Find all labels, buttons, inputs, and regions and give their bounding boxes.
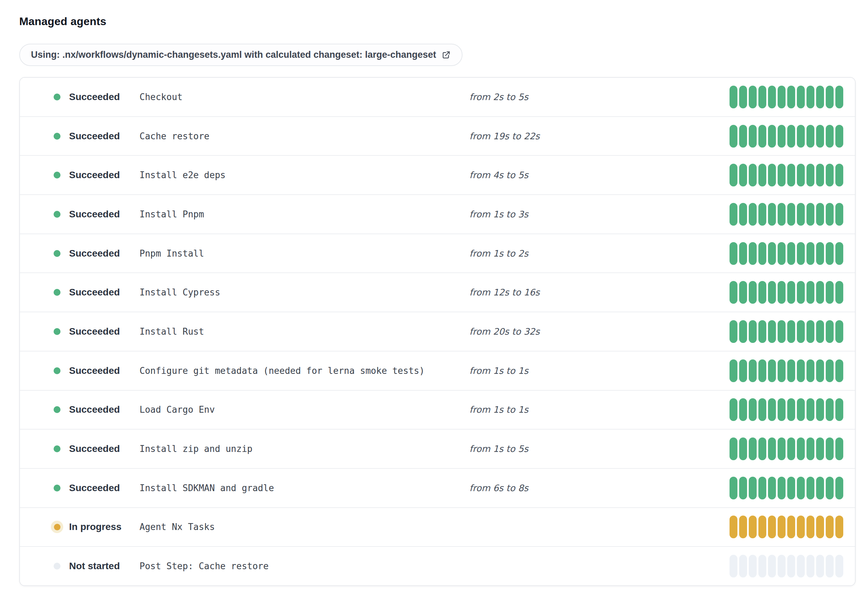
status-label: Succeeded [69, 443, 140, 454]
progress-segment [787, 320, 795, 343]
status-dot [51, 208, 63, 221]
progress-segment [739, 164, 747, 186]
step-row[interactable]: Succeeded Configure git metadata (needed… [20, 351, 855, 390]
step-duration: from 12s to 16s [469, 287, 540, 298]
progress-bar [729, 320, 843, 343]
progress-segment [797, 86, 805, 108]
progress-segment [749, 242, 757, 265]
progress-segment [729, 360, 737, 382]
workflow-banner[interactable]: Using: .nx/workflows/dynamic-changesets.… [19, 44, 462, 66]
progress-segment [739, 360, 747, 382]
step-row[interactable]: Succeeded Install Rust from 20s to 32s [20, 312, 855, 351]
progress-segment [749, 555, 757, 577]
progress-segment [797, 477, 805, 499]
step-row[interactable]: Not started Post Step: Cache restore [20, 546, 855, 585]
workflow-banner-label: Using: .nx/workflows/dynamic-changesets.… [31, 50, 436, 60]
step-name: Pnpm Install [140, 248, 469, 259]
step-row[interactable]: Succeeded Install Pnpm from 1s to 3s [20, 194, 855, 234]
progress-segment [797, 164, 805, 186]
progress-segment [749, 515, 757, 538]
progress-segment [739, 86, 747, 108]
progress-segment [759, 86, 766, 108]
progress-segment [759, 203, 766, 226]
progress-segment [826, 360, 834, 382]
progress-segment [759, 164, 766, 186]
step-row[interactable]: Succeeded Install SDKMAN and gradle from… [20, 468, 855, 507]
progress-segment [806, 477, 814, 499]
progress-bar [729, 477, 843, 499]
progress-segment [768, 320, 776, 343]
progress-segment [729, 515, 737, 538]
step-row[interactable]: Succeeded Cache restore from 19s to 22s [20, 116, 855, 155]
progress-segment [806, 203, 814, 226]
status-dot [51, 286, 63, 299]
step-duration: from 1s to 1s [469, 404, 528, 415]
step-row[interactable]: Succeeded Install e2e deps from 4s to 5s [20, 155, 855, 194]
progress-segment [778, 203, 785, 226]
progress-segment [826, 203, 834, 226]
step-row[interactable]: In progress Agent Nx Tasks [20, 507, 855, 546]
progress-segment [768, 555, 776, 577]
progress-segment [816, 555, 824, 577]
progress-segment [816, 477, 824, 499]
progress-segment [806, 555, 814, 577]
status-dot [51, 326, 63, 338]
progress-segment [787, 555, 795, 577]
progress-segment [739, 515, 747, 538]
progress-bar [729, 360, 843, 382]
step-name: Post Step: Cache restore [140, 561, 469, 571]
progress-bar [729, 281, 843, 304]
progress-segment [768, 515, 776, 538]
status-label: Succeeded [69, 209, 140, 220]
step-row[interactable]: Succeeded Pnpm Install from 1s to 2s [20, 234, 855, 273]
progress-segment [836, 398, 843, 421]
progress-segment [816, 203, 824, 226]
status-dot [51, 521, 63, 533]
progress-segment [778, 438, 785, 460]
step-duration: from 1s to 5s [469, 444, 528, 454]
progress-segment [806, 86, 814, 108]
progress-segment [806, 320, 814, 343]
progress-segment [797, 125, 805, 148]
progress-segment [836, 320, 843, 343]
progress-segment [778, 125, 785, 148]
progress-segment [826, 320, 834, 343]
progress-segment [806, 515, 814, 538]
status-label: In progress [69, 521, 140, 533]
progress-segment [836, 360, 843, 382]
step-name: Configure git metadata (needed for lerna… [140, 366, 469, 376]
status-dot [51, 560, 63, 572]
step-name: Install SDKMAN and gradle [140, 483, 469, 493]
status-label: Succeeded [69, 92, 140, 102]
progress-segment [778, 320, 785, 343]
progress-segment [768, 281, 776, 304]
status-dot [51, 130, 63, 142]
progress-segment [768, 438, 776, 460]
progress-segment [826, 477, 834, 499]
progress-segment [759, 320, 766, 343]
progress-bar [729, 164, 843, 186]
step-name: Install Pnpm [140, 209, 469, 219]
progress-segment [778, 515, 785, 538]
status-dot [51, 482, 63, 494]
external-link-icon[interactable] [441, 50, 451, 59]
step-row[interactable]: Succeeded Checkout from 2s to 5s [20, 78, 855, 116]
step-name: Checkout [140, 92, 469, 102]
progress-segment [739, 438, 747, 460]
progress-segment [759, 438, 766, 460]
step-name: Install Rust [140, 326, 469, 337]
step-duration: from 1s to 3s [469, 209, 528, 219]
progress-segment [729, 438, 737, 460]
step-row[interactable]: Succeeded Install Cypress from 12s to 16… [20, 272, 855, 312]
step-row[interactable]: Succeeded Install zip and unzip from 1s … [20, 429, 855, 468]
step-row[interactable]: Succeeded Load Cargo Env from 1s to 1s [20, 390, 855, 429]
progress-segment [787, 86, 795, 108]
progress-segment [729, 242, 737, 265]
progress-segment [787, 125, 795, 148]
progress-bar [729, 555, 843, 577]
status-label: Succeeded [69, 365, 140, 376]
progress-segment [778, 281, 785, 304]
progress-bar [729, 86, 843, 108]
progress-segment [749, 86, 757, 108]
progress-segment [749, 398, 757, 421]
